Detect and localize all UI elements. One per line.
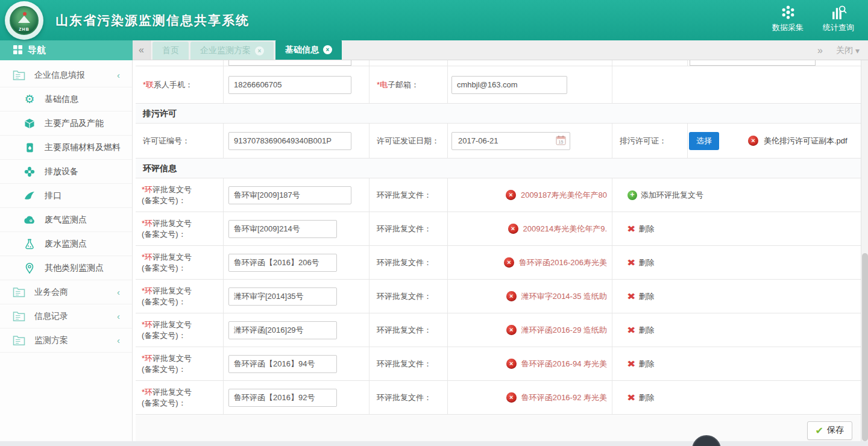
grid-icon	[13, 45, 22, 56]
delete-cross-icon[interactable]: ✖	[627, 392, 635, 403]
eia-file-link[interactable]: 2009187寿光美伦年产80	[521, 190, 607, 201]
sidebar-group[interactable]: 监测方案 ‹	[0, 328, 132, 353]
delete-eia-doc-link[interactable]: 删除	[639, 291, 655, 302]
app-header: ZHB 山东省污染源监测信息共享系统 数据采集 统计查询	[0, 0, 868, 40]
delete-cross-icon[interactable]: ✖	[627, 224, 635, 234]
close-menu-button[interactable]: 关闭 ▾	[836, 45, 860, 56]
sidebar-group-label: 监测方案	[34, 335, 68, 346]
eia-doc-no-input[interactable]	[228, 355, 337, 373]
stats-query-button[interactable]: 统计查询	[817, 4, 860, 33]
eia-doc-no-input[interactable]	[228, 254, 337, 272]
sidebar-item[interactable]: 排口	[0, 184, 132, 208]
close-tab-icon[interactable]: ×	[255, 46, 264, 55]
close-tab-icon[interactable]: ×	[323, 45, 332, 54]
delete-cross-icon[interactable]: ✖	[627, 257, 635, 268]
svg-text:15: 15	[559, 139, 564, 143]
sidebar-item-label: 废气监测点	[45, 215, 87, 225]
delete-cross-icon[interactable]: ✖	[627, 325, 635, 336]
navbar: 导航 « 首页 企业监测方案 × 基础信息 × » 关闭 ▾	[0, 40, 868, 60]
chevron-left-icon: ‹	[117, 311, 120, 321]
eia-row: *环评批复文号(备案文号)： 环评批复文件： × 鲁环评函2016-94 寿光美…	[136, 347, 861, 381]
data-collection-button[interactable]: 数据采集	[767, 4, 809, 33]
pin-icon	[23, 263, 36, 274]
delete-eia-doc-link[interactable]: 删除	[639, 224, 655, 234]
delete-cross-icon[interactable]: ✖	[627, 359, 635, 369]
add-icon[interactable]: +	[627, 190, 637, 200]
eia-doc-label: *环评批复文号(备案文号)：	[136, 280, 223, 313]
sidebar-group-label: 信息记录	[34, 311, 68, 322]
save-button[interactable]: ✔ 保存	[807, 421, 852, 440]
eia-file-link[interactable]: 鲁环评函2016-92 寿光美	[521, 392, 607, 403]
sidebar-item-label: 排口	[45, 190, 61, 201]
horizontal-scroll-area[interactable]	[0, 441, 868, 446]
permit-file-name[interactable]: 美伦排污许可证副本.pdf	[764, 136, 848, 146]
permit-no-label: 许可证编号：	[136, 136, 190, 146]
delete-cross-icon[interactable]: ✖	[627, 291, 635, 302]
remove-file-icon[interactable]: ×	[506, 190, 516, 200]
eia-section-title: 环评信息	[136, 159, 861, 178]
add-eia-doc-link[interactable]: 添加环评批复文号	[641, 190, 703, 201]
sidebar-item-label: 排放设备	[45, 166, 78, 177]
remove-file-icon[interactable]: ×	[506, 392, 517, 403]
permit-cert-label: 排污许可证：	[612, 136, 667, 146]
remove-file-icon[interactable]: ×	[506, 359, 517, 369]
eia-file-link[interactable]: 潍环审字2014-35 造纸助	[521, 291, 607, 302]
stats-search-icon	[831, 4, 847, 20]
sidebar-item[interactable]: 废气监测点	[0, 208, 132, 232]
partial-input[interactable]	[228, 60, 351, 66]
partial-input[interactable]	[690, 60, 816, 66]
delete-eia-doc-link[interactable]: 删除	[639, 257, 655, 268]
sidebar-item[interactable]: 主要原辅材料及燃料	[0, 136, 132, 160]
permit-no-input[interactable]	[228, 132, 351, 150]
eia-file-link[interactable]: 2009214寿光美伦年产9.	[523, 224, 607, 234]
tab-home[interactable]: 首页	[153, 42, 189, 60]
remove-file-icon[interactable]: ×	[506, 291, 517, 301]
chevron-left-icon: ‹	[117, 335, 120, 345]
delete-eia-doc-link[interactable]: 删除	[639, 392, 655, 403]
permit-date-input[interactable]: 2017-06-21 15	[451, 132, 570, 150]
delete-eia-doc-link[interactable]: 删除	[639, 325, 655, 336]
tab-basic-info[interactable]: 基础信息 ×	[275, 40, 342, 60]
collapse-tabs-button[interactable]: «	[133, 40, 151, 60]
save-button-label: 保存	[827, 425, 844, 436]
vertical-scrollbar[interactable]	[861, 60, 868, 446]
remove-file-icon[interactable]: ×	[506, 325, 517, 335]
sidebar-group-label: 企业信息填报	[34, 70, 85, 81]
remove-file-icon[interactable]: ×	[508, 224, 518, 234]
sidebar-group[interactable]: 业务会商 ‹	[0, 280, 132, 304]
phone-input[interactable]	[228, 76, 351, 94]
sidebar-item[interactable]: 其他类别监测点	[0, 256, 132, 280]
chevron-left-icon: ‹	[117, 70, 120, 80]
tab-enterprise-monitor-plan[interactable]: 企业监测方案 ×	[190, 42, 274, 60]
eia-doc-no-input[interactable]	[228, 220, 337, 238]
remove-file-icon[interactable]: ×	[748, 136, 758, 146]
calendar-icon[interactable]: 15	[556, 135, 566, 147]
sidebar-group[interactable]: 企业信息填报 ‹	[0, 63, 132, 87]
sidebar-group[interactable]: 信息记录 ‹	[0, 304, 132, 328]
scrollbar-thumb[interactable]	[862, 253, 868, 441]
choose-file-button[interactable]: 选择	[689, 132, 719, 150]
eia-doc-no-input[interactable]	[228, 287, 337, 306]
sidebar-item[interactable]: 主要产品及产能	[0, 111, 132, 136]
email-input[interactable]	[451, 76, 567, 94]
sidebar-item[interactable]: ⚙ 基础信息	[0, 87, 132, 111]
eia-doc-no-input[interactable]	[228, 389, 337, 407]
delete-eia-doc-link[interactable]: 删除	[639, 359, 655, 369]
sidebar-item-label: 基础信息	[45, 94, 78, 105]
eia-doc-no-input[interactable]	[228, 186, 351, 204]
eia-file-label: 环评批复文件：	[370, 392, 432, 403]
eia-file-link[interactable]: 鲁环评函2016-94 寿光美	[521, 359, 607, 369]
eia-file-label: 环评批复文件：	[370, 325, 432, 336]
check-icon: ✔	[816, 425, 823, 436]
eia-file-link[interactable]: 潍环评函2016-29 造纸助	[521, 325, 607, 336]
folder-icon	[12, 70, 25, 80]
sidebar-item[interactable]: 废水监测点	[0, 232, 132, 256]
chevron-left-icon: ‹	[117, 287, 120, 297]
eia-doc-no-input[interactable]	[228, 321, 337, 339]
sidebar-item[interactable]: 排放设备	[0, 160, 132, 184]
eia-file-link[interactable]: 鲁环评函2016-206寿光美	[519, 257, 607, 268]
close-menu-label: 关闭	[836, 45, 853, 56]
double-chevron-right-icon[interactable]: »	[817, 45, 823, 56]
remove-file-icon[interactable]: ×	[504, 257, 514, 268]
app-title: 山东省污染源监测信息共享系统	[55, 12, 250, 29]
